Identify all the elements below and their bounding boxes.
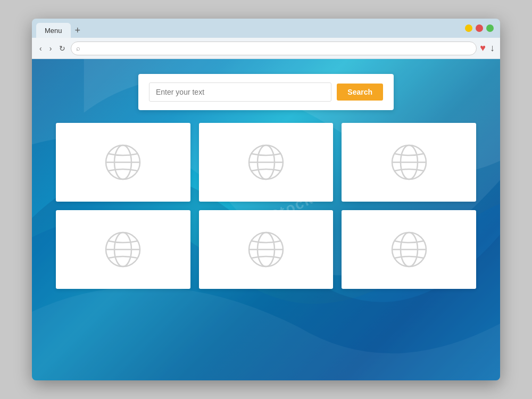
- favorite-heart-icon[interactable]: ♥: [480, 43, 486, 54]
- thumbnail-card-1[interactable]: [56, 123, 190, 202]
- tab-bar: Menu +: [32, 19, 500, 38]
- forward-button[interactable]: ›: [47, 43, 54, 54]
- back-button[interactable]: ‹: [37, 43, 44, 54]
- address-bar-inner: ⌕: [71, 41, 477, 55]
- window-controls: [465, 24, 494, 32]
- globe-icon-3: [388, 141, 430, 184]
- globe-icon-1: [102, 141, 144, 184]
- minimize-dot[interactable]: [465, 24, 472, 32]
- globe-icon-6: [388, 228, 430, 271]
- address-actions: ♥ ↓: [480, 43, 495, 54]
- address-input[interactable]: [71, 41, 477, 55]
- browser-window: Menu + ‹ › ↻ ⌕ ♥ ↓: [32, 19, 500, 380]
- tab-label: Menu: [45, 27, 62, 35]
- thumbnail-card-6[interactable]: [342, 210, 476, 289]
- globe-icon-5: [245, 228, 287, 271]
- thumbnail-card-4[interactable]: [56, 210, 190, 289]
- new-tab-button[interactable]: +: [71, 23, 85, 38]
- search-text-input[interactable]: [149, 82, 331, 102]
- globe-icon-2: [245, 141, 287, 184]
- thumbnail-card-5[interactable]: [199, 210, 334, 289]
- maximize-dot[interactable]: [486, 24, 494, 32]
- search-container: Search: [138, 74, 394, 110]
- thumbnail-card-2[interactable]: [199, 123, 334, 202]
- thumbnail-grid: [56, 123, 476, 289]
- download-icon[interactable]: ↓: [490, 43, 495, 54]
- thumbnail-card-3[interactable]: [342, 123, 476, 202]
- address-bar: ‹ › ↻ ⌕ ♥ ↓: [32, 38, 500, 59]
- browser-content: Adobe Stock Search: [32, 59, 500, 380]
- close-dot[interactable]: [476, 24, 483, 32]
- search-button[interactable]: Search: [337, 84, 383, 101]
- reload-button[interactable]: ↻: [57, 43, 68, 54]
- browser-tab[interactable]: Menu: [36, 23, 71, 38]
- globe-icon-4: [102, 228, 144, 271]
